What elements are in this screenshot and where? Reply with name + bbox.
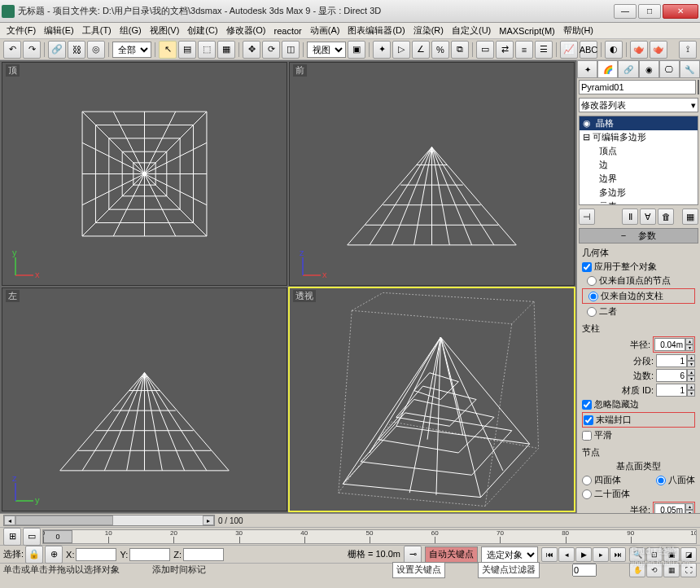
viewport-left[interactable]: 左 y z [2,287,287,511]
pivot-button[interactable]: ▣ [348,41,365,59]
link-button[interactable]: 🔗 [48,41,66,59]
minimize-button[interactable]: — [614,4,637,19]
z-coord-input[interactable] [183,548,224,561]
zoom-all-button[interactable]: ⊡ [646,547,663,562]
time-slider-thumb[interactable]: 0 [43,530,72,543]
key-mode-button[interactable]: ⊸ [404,546,422,564]
rollout-header-params[interactable]: − 参数 [579,228,698,244]
apply-whole-checkbox[interactable]: 应用于整个对象 [582,261,695,273]
reactor-button[interactable]: ⟟ [679,41,697,59]
goto-end-button[interactable]: ⏭ [610,547,626,562]
x-coord-input[interactable] [76,548,116,561]
keyfilter-button[interactable]: 关键点过滤器 [478,562,540,578]
keymode-dropdown[interactable]: 选定对象 [481,546,538,563]
maximize-viewport-button[interactable]: ▦ [663,563,680,577]
menu-item[interactable]: MAXScript(M) [496,25,558,37]
display-tab[interactable]: 🖵 [659,60,680,77]
menu-item[interactable]: 组(G) [116,24,145,37]
make-unique-button[interactable]: ∀ [640,208,656,225]
snap-toggle-button[interactable]: ▷ [392,41,410,59]
align-button[interactable]: ≡ [515,41,533,59]
render-scene-button[interactable]: 🫖 [630,41,648,59]
zoom-extents-button[interactable]: ▣ [663,547,680,562]
select-region-button[interactable]: ⬚ [198,41,216,59]
next-frame-button[interactable]: ▸ [593,547,609,562]
material-button[interactable]: ◐ [605,41,623,59]
menu-item[interactable]: 帮助(H) [560,24,597,37]
redo-button[interactable]: ↷ [23,41,41,59]
viewport-hscrollbar[interactable]: ◂▸ [3,515,215,526]
both-radio[interactable]: 二者 [582,305,695,318]
prev-frame-button[interactable]: ◂ [558,547,575,562]
menu-item[interactable]: 创建(C) [184,24,221,37]
goto-start-button[interactable]: ⏮ [541,547,558,562]
menu-item[interactable]: 图表编辑器(D) [344,24,408,37]
schematic-button[interactable]: ABC [580,41,597,59]
strut-segs-spinner[interactable]: ▴▾ [656,354,695,367]
stack-subobject[interactable]: 边 [580,158,698,172]
viewport-front[interactable]: 前 x z [289,62,575,286]
viewport-perspective[interactable]: 透视 [289,287,575,511]
orbit-button[interactable]: ⟲ [646,563,663,577]
viewport-top[interactable]: 顶 x y [2,62,287,286]
menu-item[interactable]: 渲染(R) [410,24,447,37]
undo-button[interactable]: ↶ [3,41,21,59]
select-button[interactable]: ↖ [159,41,177,59]
menu-item[interactable]: reactor [271,25,305,37]
unlink-button[interactable]: ⛓ [68,41,85,59]
scale-button[interactable]: ◫ [282,41,300,59]
menu-item[interactable]: 视图(V) [147,24,183,37]
setkey-button[interactable]: 设置关键点 [392,562,445,578]
current-frame-input[interactable] [572,564,597,577]
angle-snap-button[interactable]: ∠ [412,41,430,59]
time-config-button[interactable]: ⊞ [3,528,21,546]
configure-sets-button[interactable]: ▦ [682,208,698,225]
close-button[interactable]: ✕ [663,4,698,19]
end-caps-checkbox[interactable]: 末端封口 [582,412,695,428]
ignore-hidden-checkbox[interactable]: 忽略隐藏边 [582,398,695,410]
abs-rel-button[interactable]: ⊕ [45,546,63,564]
menu-item[interactable]: 动画(A) [307,24,343,37]
window-crossing-button[interactable]: ▦ [217,41,235,59]
menu-item[interactable]: 修改器(O) [223,24,269,37]
manipulate-button[interactable]: ✦ [373,41,391,59]
hierarchy-tab[interactable]: 🔗 [618,60,638,77]
stack-item-lattice[interactable]: ◉ 晶格 [580,116,698,130]
select-by-name-button[interactable]: ▤ [178,41,196,59]
percent-snap-button[interactable]: % [431,41,449,59]
menu-item[interactable]: 文件(F) [3,24,39,37]
joints-only-radio[interactable]: 仅来自顶点的节点 [582,274,695,287]
time-slider[interactable]: 0 0102030405060708090100 [42,529,697,544]
modifier-list-dropdown[interactable]: 修改器列表 ▾ [579,98,698,112]
zoom-button[interactable]: 🔍 [629,547,645,562]
modify-tab[interactable]: 🌈 [597,60,618,77]
icosa-radio[interactable]: 二十面体 [582,488,695,500]
pin-stack-button[interactable]: ⊣ [579,208,595,225]
tetra-radio[interactable] [582,476,592,485]
curve-editor-button[interactable]: 📈 [560,41,578,59]
stack-subobject[interactable]: 顶点 [580,144,698,158]
stack-subobject[interactable]: 元素 [580,200,698,205]
selection-lock-button[interactable]: 🔒 [25,546,43,564]
object-name-input[interactable] [579,80,696,94]
pan-button[interactable]: ✋ [629,563,645,577]
strut-sides-spinner[interactable]: ▴▾ [656,369,695,382]
remove-modifier-button[interactable]: 🗑 [658,208,674,225]
time-tag-button[interactable]: ▭ [23,528,41,546]
stack-item-editpoly[interactable]: ⊟ 可编辑多边形 [580,130,698,144]
spinner-snap-button[interactable]: ⧉ [451,41,469,59]
motion-tab[interactable]: ◉ [639,60,659,77]
play-button[interactable]: ▶ [575,547,592,562]
named-sel-button[interactable]: ▭ [476,41,494,59]
utilities-tab[interactable]: 🔧 [680,60,700,77]
object-color-swatch[interactable] [698,80,699,94]
stack-subobject[interactable]: 多边形 [580,186,698,200]
layers-button[interactable]: ☰ [535,41,553,59]
strut-radius-spinner[interactable]: ▴▾ [653,336,695,353]
menu-item[interactable]: 编辑(E) [41,24,77,37]
move-button[interactable]: ✥ [243,41,260,59]
stack-subobject[interactable]: 边界 [580,172,698,186]
modifier-stack[interactable]: ◉ 晶格 ⊟ 可编辑多边形 顶点边边界多边形元素 [579,116,698,205]
menu-item[interactable]: 自定义(U) [448,24,494,37]
ref-coord-dropdown[interactable]: 视图 [307,42,346,58]
